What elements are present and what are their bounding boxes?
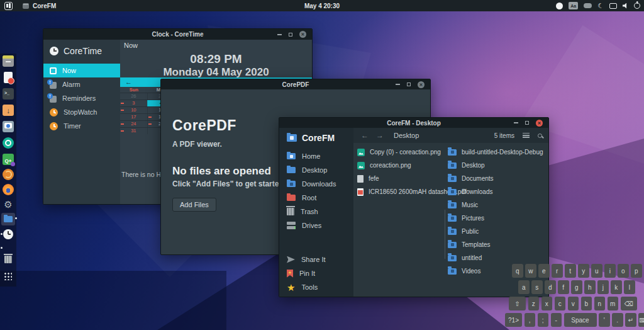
- sidebar-item-stopwatch[interactable]: StopWatch: [43, 105, 120, 119]
- archive-manager-icon[interactable]: [3, 55, 14, 67]
- key-;[interactable]: ;: [538, 313, 549, 327]
- corepdf-titlebar[interactable]: CorePDF: [161, 79, 430, 89]
- folder-row[interactable]: Templates: [448, 238, 547, 251]
- sidebar-item-drives[interactable]: Drives: [279, 219, 353, 232]
- restore-icon[interactable]: [289, 33, 292, 37]
- file-row[interactable]: coreaction.png: [357, 159, 445, 172]
- key-u[interactable]: u: [591, 264, 602, 278]
- key-shift[interactable]: ⇧: [509, 297, 526, 310]
- key-symbols[interactable]: ?1>: [505, 313, 522, 327]
- recorder-icon[interactable]: [3, 137, 14, 149]
- folder-row[interactable]: Music: [448, 198, 547, 212]
- minimize-icon[interactable]: [396, 84, 400, 85]
- key-x[interactable]: x: [541, 297, 553, 310]
- calendar-cell[interactable]: 10: [120, 107, 147, 113]
- sidebar-item-downloads[interactable]: Downloads: [279, 177, 353, 191]
- close-icon[interactable]: [536, 120, 543, 127]
- notification-icon[interactable]: [556, 3, 563, 9]
- qt-creator-icon[interactable]: [3, 154, 14, 165]
- calendar-cell[interactable]: 24: [120, 121, 147, 127]
- key-y[interactable]: y: [578, 264, 589, 278]
- night-light-icon[interactable]: ☾: [597, 3, 604, 9]
- restore-icon[interactable]: [407, 82, 411, 86]
- back-icon[interactable]: [361, 131, 369, 140]
- key-enter[interactable]: ↵: [625, 313, 636, 327]
- active-window-icon[interactable]: [23, 3, 29, 9]
- key--[interactable]: -: [551, 313, 562, 327]
- key-p[interactable]: p: [631, 264, 642, 278]
- dock-trash-icon[interactable]: [4, 256, 12, 263]
- folder-row[interactable]: Public: [448, 225, 547, 238]
- sidebar-item-now[interactable]: Now: [43, 64, 120, 77]
- list-view-icon[interactable]: [523, 133, 530, 138]
- key-e[interactable]: e: [538, 264, 550, 278]
- column-scrollbar[interactable]: [445, 210, 445, 259]
- key-f[interactable]: f: [558, 280, 569, 294]
- key-n[interactable]: n: [594, 297, 606, 310]
- key-j[interactable]: j: [597, 280, 609, 294]
- messenger-icon[interactable]: [3, 121, 14, 132]
- terminal-icon[interactable]: [3, 88, 14, 100]
- calendar-cell[interactable]: 26: [120, 93, 147, 100]
- file-row[interactable]: ICR18650 2600mAH datasheet.pdf: [357, 185, 445, 198]
- search-icon[interactable]: [538, 134, 542, 138]
- key-w[interactable]: w: [525, 264, 536, 278]
- key-m[interactable]: m: [608, 297, 619, 310]
- display-icon[interactable]: [609, 3, 617, 9]
- key-h[interactable]: h: [584, 280, 596, 294]
- location-breadcrumb[interactable]: Desktop: [394, 132, 419, 139]
- sidebar-item-share-it[interactable]: Share It: [279, 253, 353, 266]
- sidebar-item-desktop[interactable]: Desktop: [279, 163, 353, 177]
- panel-clock[interactable]: May 4 20:30: [0, 3, 644, 9]
- folder-row[interactable]: Desktop: [448, 159, 547, 172]
- sidebar-item-trash[interactable]: Trash: [279, 205, 353, 219]
- key-c[interactable]: c: [555, 297, 566, 310]
- sidebar-item-pin-it[interactable]: Pin It: [279, 266, 353, 280]
- key-'[interactable]: ': [599, 313, 610, 327]
- folder-row[interactable]: build-untitled-Desktop-Debug: [448, 145, 547, 159]
- file-row[interactable]: fefe: [357, 172, 445, 185]
- key-d[interactable]: d: [545, 280, 556, 294]
- key-hide-keyboard[interactable]: ⌨: [638, 313, 644, 327]
- key-,[interactable]: ,: [525, 313, 536, 327]
- sidebar-item-tools[interactable]: ★ Tools: [279, 280, 353, 294]
- help-browser-icon[interactable]: [3, 169, 14, 180]
- close-icon[interactable]: [299, 31, 306, 38]
- calendar-prev-icon[interactable]: [125, 77, 132, 87]
- forward-icon[interactable]: [376, 131, 384, 140]
- close-icon[interactable]: [418, 81, 425, 88]
- key-a[interactable]: a: [518, 280, 530, 294]
- folder-row[interactable]: Downloads: [448, 185, 547, 198]
- corefm-titlebar[interactable]: CoreFM - Desktop: [279, 118, 548, 128]
- power-icon[interactable]: [634, 3, 640, 9]
- key-.[interactable]: .: [612, 313, 623, 327]
- calendar-cell[interactable]: 31: [120, 128, 147, 134]
- corefm-icon[interactable]: [1, 213, 15, 225]
- key-z[interactable]: z: [528, 297, 540, 310]
- minimize-icon[interactable]: [277, 34, 282, 35]
- calendar-cell[interactable]: 17: [120, 114, 147, 120]
- coretime-icon[interactable]: [3, 229, 13, 239]
- add-files-button[interactable]: Add Files: [172, 198, 216, 212]
- firefox-icon[interactable]: [3, 184, 14, 195]
- restore-icon[interactable]: [525, 121, 529, 125]
- folder-row[interactable]: Pictures: [448, 212, 547, 225]
- app-grid-icon[interactable]: [4, 272, 12, 280]
- sidebar-item-timer[interactable]: Timer: [43, 119, 120, 133]
- key-l[interactable]: l: [624, 280, 635, 294]
- file-row[interactable]: Copy (0) - coreaction.png: [357, 145, 445, 159]
- key-r[interactable]: r: [552, 264, 563, 278]
- downloader-icon[interactable]: [3, 105, 14, 116]
- key-i[interactable]: i: [604, 264, 616, 278]
- key-k[interactable]: k: [611, 280, 622, 294]
- key-g[interactable]: g: [571, 280, 582, 294]
- coretime-titlebar[interactable]: Clock - CoreTime: [43, 29, 312, 40]
- calendar-cell[interactable]: 3: [120, 100, 147, 106]
- key-backspace[interactable]: ⌫: [621, 297, 637, 310]
- key-t[interactable]: t: [565, 264, 576, 278]
- key-q[interactable]: q: [512, 264, 523, 278]
- key-o[interactable]: o: [618, 264, 629, 278]
- key-b[interactable]: b: [581, 297, 592, 310]
- volume-icon[interactable]: [623, 3, 628, 9]
- sidebar-item-reminders[interactable]: Reminders: [43, 91, 120, 105]
